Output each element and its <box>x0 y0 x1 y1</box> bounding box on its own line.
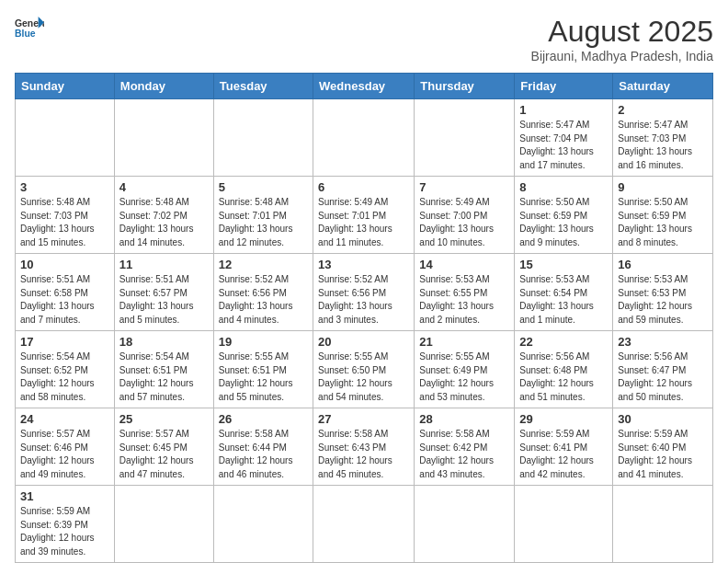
date-number: 16 <box>618 258 708 271</box>
date-number: 6 <box>318 180 409 194</box>
calendar-cell: 4Sunrise: 5:48 AM Sunset: 7:02 PM Daylig… <box>114 177 213 254</box>
calendar-cell: 22Sunrise: 5:56 AM Sunset: 6:48 PM Dayli… <box>515 331 613 408</box>
calendar-cell <box>515 486 613 563</box>
calendar-cell: 25Sunrise: 5:57 AM Sunset: 6:45 PM Dayli… <box>114 408 213 486</box>
day-info: Sunrise: 5:51 AM Sunset: 6:58 PM Dayligh… <box>20 273 109 327</box>
calendar-cell <box>213 486 313 563</box>
calendar-cell: 16Sunrise: 5:53 AM Sunset: 6:53 PM Dayli… <box>613 254 713 331</box>
day-info: Sunrise: 5:52 AM Sunset: 6:56 PM Dayligh… <box>219 273 308 327</box>
calendar-cell: 5Sunrise: 5:48 AM Sunset: 7:01 PM Daylig… <box>213 177 313 254</box>
logo: General Blue <box>15 15 44 40</box>
day-info: Sunrise: 5:54 AM Sunset: 6:52 PM Dayligh… <box>20 350 109 404</box>
day-info: Sunrise: 5:52 AM Sunset: 6:56 PM Dayligh… <box>318 273 409 327</box>
calendar-cell: 20Sunrise: 5:55 AM Sunset: 6:50 PM Dayli… <box>313 331 415 408</box>
date-number: 9 <box>618 180 708 194</box>
calendar-cell: 24Sunrise: 5:57 AM Sunset: 6:46 PM Dayli… <box>16 408 115 486</box>
weekday-header-thursday: Thursday <box>415 74 515 99</box>
day-info: Sunrise: 5:50 AM Sunset: 6:59 PM Dayligh… <box>519 196 608 249</box>
date-number: 30 <box>618 412 708 426</box>
weekday-header-sunday: Sunday <box>16 74 115 99</box>
date-number: 11 <box>119 258 209 271</box>
calendar-cell: 6Sunrise: 5:49 AM Sunset: 7:01 PM Daylig… <box>313 177 415 254</box>
weekday-header-row: SundayMondayTuesdayWednesdayThursdayFrid… <box>16 74 713 99</box>
calendar-cell: 31Sunrise: 5:59 AM Sunset: 6:39 PM Dayli… <box>16 486 115 563</box>
day-info: Sunrise: 5:58 AM Sunset: 6:42 PM Dayligh… <box>419 428 509 481</box>
date-number: 14 <box>419 258 509 271</box>
calendar-cell: 18Sunrise: 5:54 AM Sunset: 6:51 PM Dayli… <box>114 331 213 408</box>
calendar-cell: 12Sunrise: 5:52 AM Sunset: 6:56 PM Dayli… <box>213 254 313 331</box>
day-info: Sunrise: 5:48 AM Sunset: 7:03 PM Dayligh… <box>20 196 109 249</box>
calendar-cell <box>415 486 515 563</box>
svg-text:Blue: Blue <box>15 29 36 39</box>
day-info: Sunrise: 5:53 AM Sunset: 6:54 PM Dayligh… <box>519 273 608 327</box>
calendar-cell: 10Sunrise: 5:51 AM Sunset: 6:58 PM Dayli… <box>16 254 115 331</box>
calendar-cell: 29Sunrise: 5:59 AM Sunset: 6:41 PM Dayli… <box>515 408 613 486</box>
day-info: Sunrise: 5:54 AM Sunset: 6:51 PM Dayligh… <box>119 350 209 404</box>
date-number: 24 <box>20 412 109 426</box>
date-number: 21 <box>419 335 509 349</box>
day-info: Sunrise: 5:58 AM Sunset: 6:43 PM Dayligh… <box>318 428 409 481</box>
day-info: Sunrise: 5:55 AM Sunset: 6:49 PM Dayligh… <box>419 350 509 404</box>
day-info: Sunrise: 5:57 AM Sunset: 6:45 PM Dayligh… <box>119 428 209 481</box>
date-number: 25 <box>119 412 209 426</box>
calendar-cell <box>114 486 213 563</box>
date-number: 13 <box>318 258 409 271</box>
calendar-table: SundayMondayTuesdayWednesdayThursdayFrid… <box>15 73 713 563</box>
calendar-title: August 2025 <box>531 15 713 49</box>
week-row-6: 31Sunrise: 5:59 AM Sunset: 6:39 PM Dayli… <box>16 486 713 563</box>
day-info: Sunrise: 5:50 AM Sunset: 6:59 PM Dayligh… <box>618 196 708 249</box>
date-number: 22 <box>519 335 608 349</box>
week-row-3: 10Sunrise: 5:51 AM Sunset: 6:58 PM Dayli… <box>16 254 713 331</box>
date-number: 18 <box>119 335 209 349</box>
date-number: 15 <box>519 258 608 271</box>
day-info: Sunrise: 5:48 AM Sunset: 7:01 PM Dayligh… <box>219 196 308 249</box>
calendar-cell <box>213 99 313 177</box>
calendar-cell: 30Sunrise: 5:59 AM Sunset: 6:40 PM Dayli… <box>613 408 713 486</box>
date-number: 28 <box>419 412 509 426</box>
calendar-cell: 14Sunrise: 5:53 AM Sunset: 6:55 PM Dayli… <box>415 254 515 331</box>
date-number: 31 <box>20 489 109 503</box>
calendar-cell <box>613 486 713 563</box>
day-info: Sunrise: 5:59 AM Sunset: 6:41 PM Dayligh… <box>519 428 608 481</box>
calendar-cell <box>313 486 415 563</box>
calendar-cell <box>313 99 415 177</box>
weekday-header-saturday: Saturday <box>613 74 713 99</box>
weekday-header-monday: Monday <box>114 74 213 99</box>
date-number: 8 <box>519 180 608 194</box>
date-number: 4 <box>119 180 209 194</box>
calendar-cell: 9Sunrise: 5:50 AM Sunset: 6:59 PM Daylig… <box>613 177 713 254</box>
date-number: 10 <box>20 258 109 271</box>
day-info: Sunrise: 5:48 AM Sunset: 7:02 PM Dayligh… <box>119 196 209 249</box>
calendar-cell: 17Sunrise: 5:54 AM Sunset: 6:52 PM Dayli… <box>16 331 115 408</box>
logo-icon: General Blue <box>15 15 44 40</box>
calendar-cell: 3Sunrise: 5:48 AM Sunset: 7:03 PM Daylig… <box>16 177 115 254</box>
calendar-cell: 26Sunrise: 5:58 AM Sunset: 6:44 PM Dayli… <box>213 408 313 486</box>
day-info: Sunrise: 5:51 AM Sunset: 6:57 PM Dayligh… <box>119 273 209 327</box>
calendar-cell: 21Sunrise: 5:55 AM Sunset: 6:49 PM Dayli… <box>415 331 515 408</box>
date-number: 2 <box>618 103 708 117</box>
day-info: Sunrise: 5:53 AM Sunset: 6:53 PM Dayligh… <box>618 273 708 327</box>
date-number: 26 <box>219 412 308 426</box>
date-number: 29 <box>519 412 608 426</box>
day-info: Sunrise: 5:58 AM Sunset: 6:44 PM Dayligh… <box>219 428 308 481</box>
day-info: Sunrise: 5:47 AM Sunset: 7:03 PM Dayligh… <box>618 119 708 172</box>
calendar-cell: 7Sunrise: 5:49 AM Sunset: 7:00 PM Daylig… <box>415 177 515 254</box>
calendar-cell: 11Sunrise: 5:51 AM Sunset: 6:57 PM Dayli… <box>114 254 213 331</box>
date-number: 20 <box>318 335 409 349</box>
calendar-cell: 27Sunrise: 5:58 AM Sunset: 6:43 PM Dayli… <box>313 408 415 486</box>
day-info: Sunrise: 5:49 AM Sunset: 7:00 PM Dayligh… <box>419 196 509 249</box>
day-info: Sunrise: 5:59 AM Sunset: 6:40 PM Dayligh… <box>618 428 708 481</box>
day-info: Sunrise: 5:56 AM Sunset: 6:48 PM Dayligh… <box>519 350 608 404</box>
day-info: Sunrise: 5:55 AM Sunset: 6:50 PM Dayligh… <box>318 350 409 404</box>
date-number: 5 <box>219 180 308 194</box>
calendar-cell: 1Sunrise: 5:47 AM Sunset: 7:04 PM Daylig… <box>515 99 613 177</box>
day-info: Sunrise: 5:49 AM Sunset: 7:01 PM Dayligh… <box>318 196 409 249</box>
date-number: 12 <box>219 258 308 271</box>
weekday-header-wednesday: Wednesday <box>313 74 415 99</box>
weekday-header-friday: Friday <box>515 74 613 99</box>
date-number: 27 <box>318 412 409 426</box>
calendar-cell: 19Sunrise: 5:55 AM Sunset: 6:51 PM Dayli… <box>213 331 313 408</box>
date-number: 17 <box>20 335 109 349</box>
week-row-4: 17Sunrise: 5:54 AM Sunset: 6:52 PM Dayli… <box>16 331 713 408</box>
day-info: Sunrise: 5:47 AM Sunset: 7:04 PM Dayligh… <box>519 119 608 172</box>
